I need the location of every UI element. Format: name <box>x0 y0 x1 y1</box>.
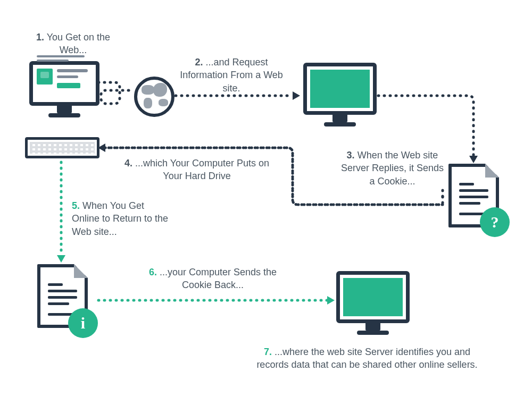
step-number: 1. <box>36 32 44 43</box>
step-number: 3. <box>347 150 355 161</box>
arrow-head-icon <box>327 296 335 305</box>
step-text: ...your Computer Sends the Cookie Back..… <box>160 267 277 290</box>
question-badge-icon: ? <box>480 207 510 237</box>
globe-icon <box>134 77 174 117</box>
step-text: When the Web site Server Replies, it Sen… <box>341 150 444 187</box>
badge-glyph: i <box>81 314 85 332</box>
step-number: 7. <box>264 347 272 357</box>
step-7-label: 7. ...where the web site Server identifi… <box>253 345 481 372</box>
arrow-head-icon <box>293 91 300 100</box>
step-text: You Get on the Web... <box>47 32 110 55</box>
step-number: 2. <box>195 57 203 68</box>
step-4-label: 4. ...which Your Computer Puts on Your H… <box>120 157 274 183</box>
step-text: ...where the web site Server identifies … <box>256 347 477 370</box>
arrow-head-icon <box>57 255 65 263</box>
step-number: 4. <box>124 158 132 168</box>
server-computer-icon <box>336 271 410 335</box>
step-number: 6. <box>149 267 157 277</box>
step-2-label: 2. ...and Request Information From a Web… <box>178 56 285 95</box>
step-1-label: 1. You Get on the Web... <box>27 31 120 57</box>
step-text: When You Get Online to Return to the Web… <box>72 200 168 237</box>
badge-glyph: ? <box>491 213 499 231</box>
info-badge-icon: i <box>68 308 98 338</box>
step-6-label: 6. ...your Computer Sends the Cookie Bac… <box>146 266 279 292</box>
keyboard-icon <box>25 137 99 158</box>
step-3-label: 3. When the Web site Server Replies, it … <box>340 149 444 188</box>
arrow-head-icon <box>469 156 478 163</box>
cookie-flow-diagram: 1. You Get on the Web... 2. ...and Reque… <box>0 0 532 405</box>
step-number: 5. <box>72 200 80 211</box>
step-text: ...which Your Computer Puts on Your Hard… <box>135 158 269 181</box>
step-5-label: 5. When You Get Online to Return to the … <box>72 199 170 238</box>
user-computer-icon <box>29 61 99 117</box>
server-computer-icon <box>303 63 377 126</box>
